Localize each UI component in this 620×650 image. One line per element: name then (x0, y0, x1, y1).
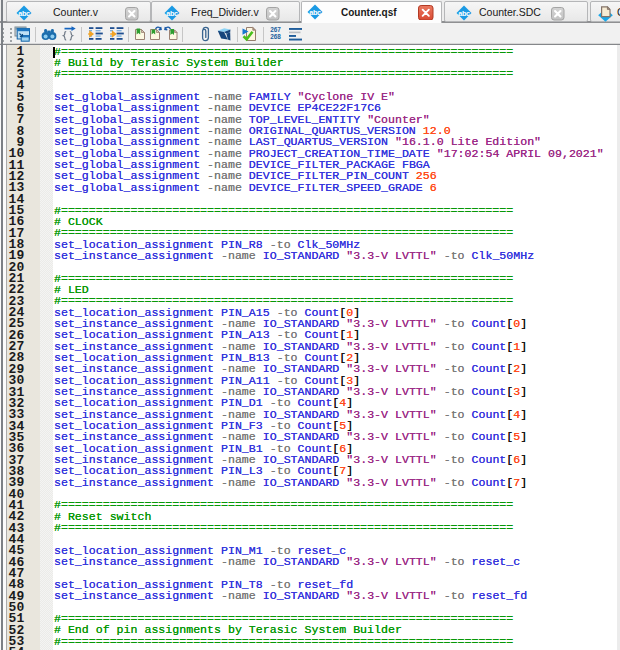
svg-text:abc: abc (18, 8, 30, 17)
svg-text:abc: abc (309, 8, 321, 17)
svg-text:abc: abc (166, 8, 178, 17)
svg-text:abc: abc (458, 8, 470, 17)
